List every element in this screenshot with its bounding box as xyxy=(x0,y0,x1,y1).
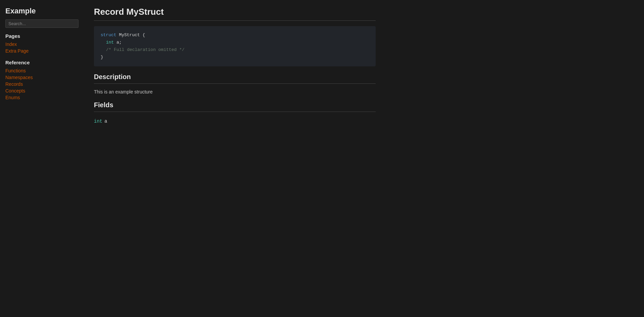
code-comment: /* Full declaration omitted */ xyxy=(106,47,184,52)
code-line-3: /* Full declaration omitted */ xyxy=(101,46,369,54)
fields-divider xyxy=(94,112,376,112)
code-line-2: int a; xyxy=(101,39,369,46)
fields-heading: Fields xyxy=(94,101,376,109)
description-divider xyxy=(94,83,376,84)
search-input[interactable] xyxy=(5,19,78,28)
code-block: struct MyStruct { int a; /* Full declara… xyxy=(94,26,376,66)
field-name: a xyxy=(104,119,107,124)
sidebar-item-namespaces[interactable]: Namespaces xyxy=(5,74,78,81)
sidebar-item-enums[interactable]: Enums xyxy=(5,94,78,101)
keyword-int-1: int xyxy=(106,40,114,45)
field-type: int xyxy=(94,119,102,124)
page-title: Record MyStruct xyxy=(94,7,376,17)
field-entry: int a xyxy=(94,117,376,125)
sidebar-item-records[interactable]: Records xyxy=(5,81,78,87)
code-closing-brace: } xyxy=(101,55,103,60)
sidebar: Example Pages Index Extra Page Reference… xyxy=(0,0,84,317)
reference-heading: Reference xyxy=(5,60,78,65)
description-heading: Description xyxy=(94,73,376,81)
code-line-4: } xyxy=(101,54,369,61)
pages-heading: Pages xyxy=(5,33,78,39)
sidebar-item-extra-page[interactable]: Extra Page xyxy=(5,48,78,54)
sidebar-item-concepts[interactable]: Concepts xyxy=(5,87,78,94)
keyword-struct: struct xyxy=(101,33,116,38)
code-field-a: a; xyxy=(116,40,122,45)
description-text: This is an example structure xyxy=(94,89,376,94)
code-line-1: struct MyStruct { xyxy=(101,31,369,39)
title-divider xyxy=(94,20,376,21)
app-title: Example xyxy=(5,7,78,15)
main-content: Record MyStruct struct MyStruct { int a;… xyxy=(84,0,386,317)
sidebar-item-index[interactable]: Index xyxy=(5,41,78,48)
sidebar-item-functions[interactable]: Functions xyxy=(5,67,78,74)
code-struct-name: MyStruct { xyxy=(119,33,145,38)
